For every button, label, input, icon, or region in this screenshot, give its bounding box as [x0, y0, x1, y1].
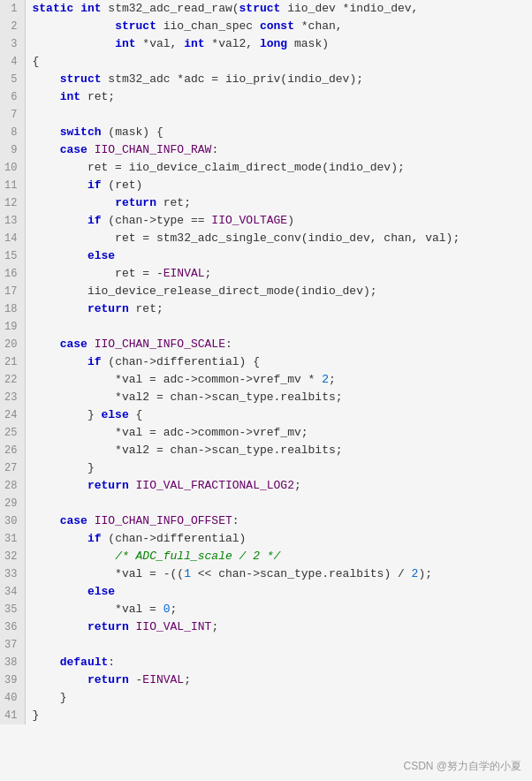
- line-number: 4: [0, 53, 25, 71]
- line-content: iio_device_release_direct_mode(indio_dev…: [25, 283, 532, 300]
- line-number: 13: [0, 212, 25, 230]
- macro-token: IIO_CHAN_INFO_OFFSET: [95, 514, 232, 527]
- table-row: 7: [0, 106, 532, 124]
- line-number: 2: [0, 18, 25, 35]
- line-number: 32: [0, 548, 25, 565]
- line-content: struct stm32_adc *adc = iio_priv(indio_d…: [25, 71, 532, 88]
- line-number: 3: [0, 35, 25, 53]
- table-row: 31 if (chan->differential): [0, 530, 532, 548]
- line-number: 39: [0, 671, 25, 689]
- table-row: 35 *val = 0;: [0, 601, 532, 618]
- line-content: ret = -EINVAL;: [25, 265, 532, 283]
- code-viewer: 1static int stm32_adc_read_raw(struct ii…: [0, 0, 532, 781]
- num-token: 0: [163, 603, 171, 616]
- line-content: case IIO_CHAN_INFO_RAW:: [25, 141, 532, 159]
- macro-token: IIO_CHAN_INFO_RAW: [95, 143, 212, 156]
- line-content: int ret;: [25, 88, 532, 106]
- line-number: 17: [0, 283, 25, 300]
- line-number: 40: [0, 689, 25, 707]
- table-row: 9 case IIO_CHAN_INFO_RAW:: [0, 141, 532, 159]
- line-content: *val = -((1 << chan->scan_type.realbits)…: [25, 565, 532, 583]
- table-row: 30 case IIO_CHAN_INFO_OFFSET:: [0, 512, 532, 530]
- line-number: 29: [0, 495, 25, 512]
- macro-token: IIO_VAL_FRACTIONAL_LOG2: [136, 479, 294, 492]
- kw-token: case: [60, 514, 87, 527]
- line-content: *val = 0;: [25, 601, 532, 618]
- table-row: 8 switch (mask) {: [0, 124, 532, 141]
- table-row: 3 int *val, int *val2, long mask): [0, 35, 532, 53]
- line-content: *val2 = chan->scan_type.realbits;: [25, 442, 532, 459]
- line-content: if (chan->type == IIO_VOLTAGE): [25, 212, 532, 230]
- kw-token: case: [60, 143, 87, 156]
- line-content: [25, 106, 532, 124]
- table-row: 26 *val2 = chan->scan_type.realbits;: [0, 442, 532, 459]
- line-number: 6: [0, 88, 25, 106]
- table-row: 36 return IIO_VAL_INT;: [0, 618, 532, 636]
- macro-token: IIO_VOLTAGE: [211, 214, 287, 227]
- kw-token: default: [60, 656, 109, 669]
- line-content: if (ret): [25, 177, 532, 194]
- line-number: 16: [0, 265, 25, 283]
- line-content: if (chan->differential): [25, 530, 532, 548]
- macro-token: IIO_CHAN_INFO_SCALE: [95, 337, 225, 351]
- line-content: /* ADC_full_scale / 2 */: [25, 548, 532, 565]
- macro-token: EINVAL: [142, 673, 184, 686]
- table-row: 20 case IIO_CHAN_INFO_SCALE:: [0, 336, 532, 353]
- line-content: struct iio_chan_spec const *chan,: [25, 18, 532, 35]
- kw-token: return: [87, 673, 129, 686]
- table-row: 1static int stm32_adc_read_raw(struct ii…: [0, 0, 532, 18]
- line-content: return ret;: [25, 194, 532, 212]
- macro-token: IIO_VAL_INT: [136, 620, 212, 633]
- table-row: 24 } else {: [0, 406, 532, 424]
- line-content: [25, 318, 532, 336]
- table-row: 27 }: [0, 459, 532, 477]
- line-content: else: [25, 583, 532, 601]
- table-row: 17 iio_device_release_direct_mode(indio_…: [0, 283, 532, 300]
- line-number: 30: [0, 512, 25, 530]
- kw-token: struct: [239, 2, 281, 15]
- table-row: 41}: [0, 707, 532, 724]
- table-row: 23 *val2 = chan->scan_type.realbits;: [0, 389, 532, 406]
- table-row: 32 /* ADC_full_scale / 2 */: [0, 548, 532, 565]
- line-content: default:: [25, 654, 532, 671]
- kw-token: if: [87, 178, 102, 192]
- line-number: 1: [0, 0, 25, 18]
- line-number: 12: [0, 194, 25, 212]
- line-content: }: [25, 689, 532, 707]
- table-row: 15 else: [0, 247, 532, 265]
- line-content: [25, 636, 532, 654]
- macro-token: EINVAL: [163, 267, 205, 280]
- table-row: 29: [0, 495, 532, 512]
- line-number: 33: [0, 565, 25, 583]
- table-row: 34 else: [0, 583, 532, 601]
- line-number: 15: [0, 247, 25, 265]
- line-number: 5: [0, 71, 25, 88]
- table-row: 39 return -EINVAL;: [0, 671, 532, 689]
- line-number: 31: [0, 530, 25, 548]
- kw-token: if: [87, 532, 102, 545]
- line-number: 11: [0, 177, 25, 194]
- table-row: 28 return IIO_VAL_FRACTIONAL_LOG2;: [0, 477, 532, 495]
- line-content: [25, 495, 532, 512]
- table-row: 22 *val = adc->common->vref_mv * 2;: [0, 371, 532, 389]
- type-token: int: [115, 37, 135, 50]
- line-content: case IIO_CHAN_INFO_SCALE:: [25, 336, 532, 353]
- kw-token: const: [260, 19, 294, 33]
- line-number: 34: [0, 583, 25, 601]
- kw-token: else: [87, 585, 115, 598]
- kw-token: if: [87, 214, 102, 227]
- table-row: 21 if (chan->differential) {: [0, 353, 532, 371]
- line-content: switch (mask) {: [25, 124, 532, 141]
- line-number: 26: [0, 442, 25, 459]
- line-content: *val2 = chan->scan_type.realbits;: [25, 389, 532, 406]
- cm-token: /* ADC_full_scale / 2 */: [115, 550, 280, 563]
- kw-token: return: [115, 196, 156, 209]
- line-number: 19: [0, 318, 25, 336]
- line-content: return IIO_VAL_FRACTIONAL_LOG2;: [25, 477, 532, 495]
- line-number: 27: [0, 459, 25, 477]
- line-number: 38: [0, 654, 25, 671]
- line-content: *val = adc->common->vref_mv;: [25, 424, 532, 442]
- line-content: ret = iio_device_claim_direct_mode(indio…: [25, 159, 532, 177]
- line-content: case IIO_CHAN_INFO_OFFSET:: [25, 512, 532, 530]
- table-row: 6 int ret;: [0, 88, 532, 106]
